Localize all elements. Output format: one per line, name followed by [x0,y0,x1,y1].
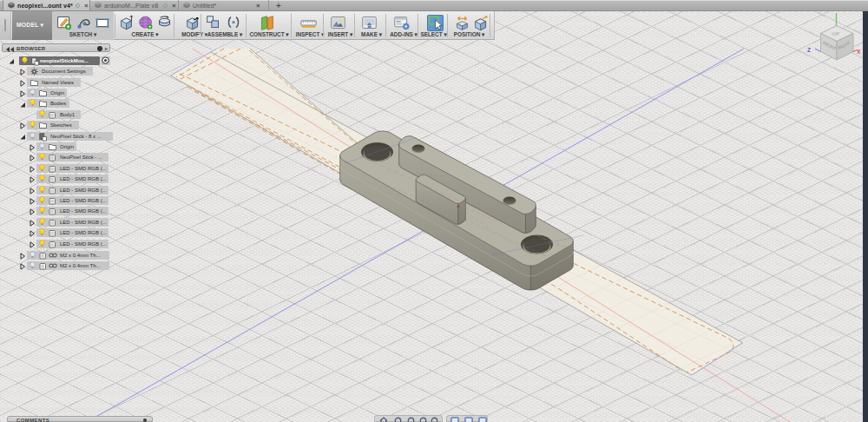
svg-text:TOP: TOP [832,31,840,36]
svg-text:Z: Z [807,47,811,53]
svg-text:X: X [857,49,861,55]
